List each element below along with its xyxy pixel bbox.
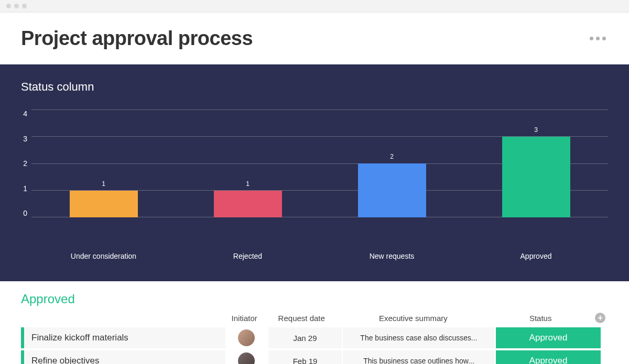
window-control-close[interactable]	[6, 4, 11, 8]
request-date-cell[interactable]: Feb 19	[268, 350, 342, 364]
column-header-request-date[interactable]: Request date	[265, 314, 338, 323]
column-header-initiator[interactable]: Initiator	[224, 314, 265, 323]
bar-value-label: 3	[534, 126, 538, 134]
table-header-row: Initiator Request date Executive summary…	[21, 313, 608, 327]
initiator-cell[interactable]	[225, 327, 267, 348]
y-tick-label: 2	[23, 159, 27, 168]
x-tick-label: Under consideration	[31, 252, 176, 260]
y-tick-label: 1	[23, 184, 27, 193]
x-tick-label: New requests	[320, 252, 464, 260]
ellipsis-icon	[590, 37, 593, 40]
chart-bar-group[interactable]: 3	[464, 126, 608, 218]
y-tick-label: 3	[23, 135, 27, 143]
column-header-summary[interactable]: Executive summary	[338, 314, 489, 323]
chart-panel: Status column 4 3 2 1 0 1123 Under consi…	[0, 64, 629, 281]
bar-value-label: 1	[246, 180, 250, 187]
plus-icon: +	[595, 313, 605, 323]
ellipsis-icon	[602, 37, 606, 40]
more-options-button[interactable]	[590, 37, 608, 40]
y-tick-label: 4	[23, 109, 27, 118]
status-badge[interactable]: Approved	[496, 327, 601, 348]
chart-bar	[358, 163, 426, 217]
table-section: Approved Initiator Request date Executiv…	[0, 281, 629, 364]
request-date-cell[interactable]: Jan 29	[268, 327, 342, 348]
chart-bar-group[interactable]: 2	[320, 153, 464, 217]
chart-bar-group[interactable]: 1	[176, 180, 320, 218]
bar-value-label: 1	[102, 180, 105, 187]
add-column-button[interactable]: +	[592, 313, 608, 323]
chart-area: 4 3 2 1 0 1123	[21, 109, 608, 246]
group-title[interactable]: Approved	[21, 292, 608, 306]
chart-bar-group[interactable]: 1	[31, 180, 176, 218]
avatar	[238, 329, 255, 346]
summary-cell[interactable]: This business case outlines how...	[343, 350, 495, 364]
y-tick-label: 0	[23, 209, 27, 217]
ellipsis-icon	[596, 37, 600, 40]
x-tick-label: Approved	[464, 252, 608, 260]
avatar	[238, 352, 255, 364]
chart-bar	[70, 191, 138, 218]
status-badge[interactable]: Approved	[496, 350, 601, 364]
window-control-maximize[interactable]	[22, 4, 27, 8]
bar-value-label: 2	[390, 153, 394, 160]
column-header-status[interactable]: Status	[489, 314, 592, 323]
chart-x-axis: Under consideration Rejected New request…	[21, 252, 608, 260]
x-tick-label: Rejected	[176, 252, 320, 260]
initiator-cell[interactable]	[225, 350, 267, 364]
table-row[interactable]: Finalize kickoff materials Jan 29 The bu…	[21, 327, 608, 348]
window-control-minimize[interactable]	[14, 4, 19, 8]
summary-cell[interactable]: The business case also discusses...	[343, 327, 495, 348]
chart-bar	[502, 137, 570, 218]
chart-bar	[214, 191, 282, 218]
chart-y-axis: 4 3 2 1 0	[21, 109, 31, 217]
page-header: Project approval process	[0, 13, 629, 64]
table-row[interactable]: Refine objectives Feb 19 This business c…	[21, 350, 608, 364]
task-name-cell[interactable]: Refine objectives	[24, 350, 225, 364]
chart-plot-area: 1123	[31, 109, 608, 217]
page-title: Project approval process	[21, 27, 253, 50]
chart-title: Status column	[21, 80, 608, 94]
window-titlebar	[0, 0, 629, 13]
task-name-cell[interactable]: Finalize kickoff materials	[24, 327, 225, 348]
chart-bars: 1123	[31, 109, 608, 217]
